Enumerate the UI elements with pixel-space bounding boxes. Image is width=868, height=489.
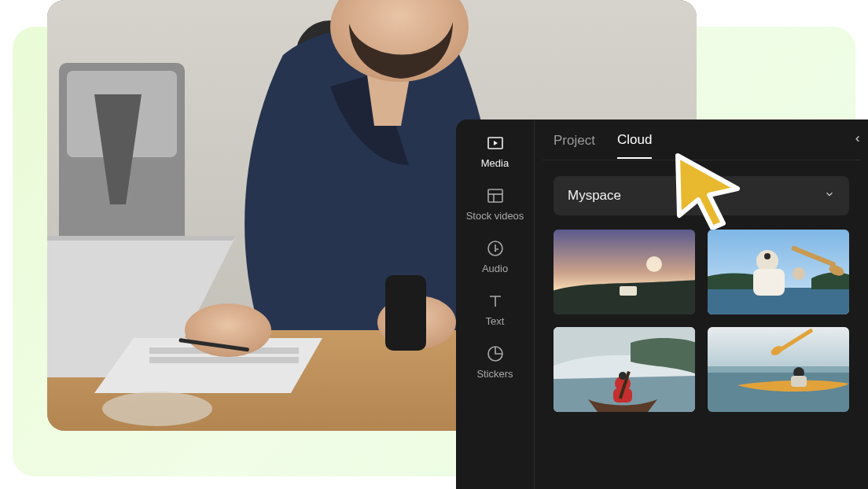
sidebar-item-media[interactable]: Media — [456, 134, 534, 169]
svg-rect-8 — [149, 357, 299, 363]
text-icon — [486, 292, 505, 311]
chevron-down-icon — [824, 189, 835, 203]
thumb-boat-paddle[interactable] — [708, 230, 849, 314]
sidebar-item-label: Audio — [482, 263, 508, 274]
svg-point-31 — [793, 267, 805, 280]
sidebar-item-label: Stock videos — [466, 210, 524, 222]
svg-rect-27 — [753, 269, 785, 296]
sidebar: Media Stock videos Audio Text Stickers — [456, 119, 535, 489]
svg-point-20 — [494, 250, 495, 252]
svg-rect-40 — [791, 376, 807, 387]
dropdown-selected: Myspace — [568, 188, 621, 204]
svg-rect-23 — [620, 286, 637, 296]
svg-rect-12 — [385, 275, 426, 351]
audio-icon — [486, 239, 505, 258]
thumb-red-canoe[interactable] — [554, 327, 695, 412]
editor-panel: Media Stock videos Audio Text Stickers — [456, 119, 868, 489]
svg-point-28 — [764, 253, 771, 259]
svg-rect-16 — [488, 189, 502, 202]
sidebar-item-label: Stickers — [476, 368, 513, 380]
tabs: Project Cloud ‹‹ — [542, 119, 860, 160]
media-icon — [486, 134, 505, 153]
svg-point-14 — [102, 392, 212, 426]
sidebar-item-stock-videos[interactable]: Stock videos — [456, 186, 534, 222]
sidebar-item-text[interactable]: Text — [456, 292, 534, 327]
sidebar-item-stickers[interactable]: Stickers — [456, 344, 534, 380]
svg-point-24 — [646, 256, 662, 272]
thumb-sunset-van[interactable] — [554, 230, 695, 314]
media-grid — [554, 230, 849, 412]
sidebar-item-audio[interactable]: Audio — [456, 239, 534, 274]
space-dropdown[interactable]: Myspace — [554, 176, 849, 215]
sidebar-item-label: Text — [486, 315, 505, 327]
thumb-kayak-sea[interactable] — [708, 327, 849, 412]
tab-project[interactable]: Project — [554, 128, 595, 158]
sidebar-item-label: Media — [481, 157, 509, 169]
panel-main: Project Cloud ‹‹ Myspace — [535, 119, 868, 489]
tab-cloud[interactable]: Cloud — [617, 127, 652, 159]
svg-point-10 — [185, 303, 271, 357]
sticker-icon — [486, 344, 505, 363]
stock-icon — [486, 186, 505, 205]
